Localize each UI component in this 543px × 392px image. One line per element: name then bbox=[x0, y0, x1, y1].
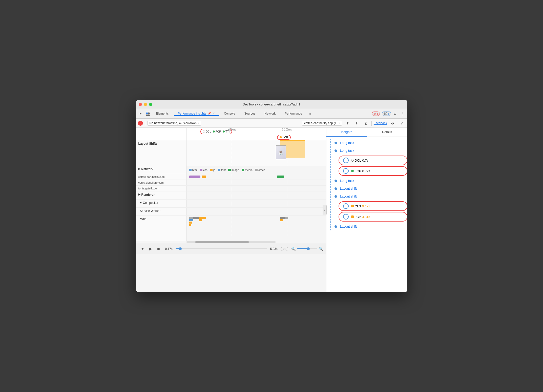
main-dots: ... bbox=[189, 216, 191, 219]
res-bar-js bbox=[202, 176, 206, 178]
lcp-metric-badge: LCP 3.31s bbox=[351, 215, 370, 219]
dashed-line-ls-1 bbox=[231, 140, 231, 166]
long-task-link-3[interactable]: Long task bbox=[340, 179, 354, 183]
maximize-button[interactable] bbox=[149, 103, 152, 106]
tab-elements[interactable]: Elements bbox=[152, 112, 173, 116]
lcp-card-circle bbox=[343, 214, 349, 220]
help-icon[interactable]: ? bbox=[398, 120, 405, 127]
legend-other: other bbox=[255, 168, 265, 171]
main-row-bars: ... bbox=[186, 216, 326, 236]
upload-icon[interactable]: ⬆ bbox=[344, 120, 351, 127]
more-tabs-button[interactable]: » bbox=[307, 112, 314, 116]
svg-rect-3 bbox=[148, 114, 150, 116]
time-label-3200: 3,200ms bbox=[282, 128, 292, 131]
cls-metric-badge: CLS 0.193 bbox=[351, 204, 370, 208]
playback-slider[interactable] bbox=[176, 248, 267, 249]
close-button[interactable] bbox=[139, 103, 142, 106]
cursor-icon[interactable] bbox=[138, 111, 144, 117]
dashed-v-r1b bbox=[287, 174, 287, 180]
dcl-metric-label: DCL bbox=[355, 159, 361, 162]
layout-shifts-content[interactable]: ☕ bbox=[186, 140, 326, 166]
insights-header: Insights Details bbox=[326, 128, 407, 137]
long-task-link-2[interactable]: Long task bbox=[340, 149, 354, 153]
other-color bbox=[255, 169, 258, 171]
resource-bar-area-3 bbox=[186, 186, 326, 191]
scrollbar-thumb[interactable] bbox=[195, 241, 249, 243]
zoom-in-icon[interactable]: 🔍 bbox=[319, 247, 323, 251]
minimize-button[interactable] bbox=[144, 103, 147, 106]
zoom-thumb[interactable] bbox=[307, 247, 310, 250]
layout-shift-link-3[interactable]: Layout shift bbox=[340, 225, 357, 228]
settings-icon[interactable]: ⚙ bbox=[392, 111, 398, 117]
tab-sources[interactable]: Sources bbox=[240, 112, 259, 116]
html-color bbox=[189, 169, 192, 171]
insight-long-task-1: Long task bbox=[335, 139, 407, 147]
network-legend: html css js bbox=[186, 167, 267, 172]
error-badge[interactable]: ⊗ 1 bbox=[372, 112, 380, 116]
dcl-pill: DCL bbox=[203, 130, 211, 133]
long-task-link-1[interactable]: Long task bbox=[340, 141, 354, 145]
collapse-button[interactable]: › bbox=[323, 205, 327, 215]
dashed-v-r2b bbox=[287, 180, 287, 185]
more-options-icon[interactable]: ⋮ bbox=[399, 111, 405, 117]
fcp-metric-value: 0.72s bbox=[362, 169, 370, 173]
main-bar-9 bbox=[280, 217, 285, 219]
dashed-v-main1 bbox=[231, 216, 231, 236]
fcp-metric-icon bbox=[351, 170, 354, 172]
screenshot-mode-icon[interactable]: 👁 bbox=[139, 245, 146, 252]
dashed-v-sw2 bbox=[287, 208, 287, 215]
zoom-slider[interactable] bbox=[297, 248, 317, 249]
network-legend-area: html css js bbox=[186, 166, 326, 174]
info-badge[interactable]: 💬 1 bbox=[382, 112, 391, 116]
insight-dot-6 bbox=[335, 225, 337, 228]
controls-bar: No network throttling, 4× slowdown ▾ cof… bbox=[136, 119, 407, 128]
play-button[interactable]: ▶ bbox=[149, 246, 152, 251]
zoom-control: 🔍 🔍 bbox=[291, 247, 323, 251]
tab-close-button[interactable]: ✕ bbox=[213, 112, 215, 115]
compositor-expand-icon: ▶ bbox=[140, 201, 142, 204]
lcp-metric-card: LCP 3.31s bbox=[339, 212, 407, 222]
gear-icon[interactable]: ⚙ bbox=[389, 120, 396, 127]
inspect-icon[interactable] bbox=[145, 111, 151, 117]
renderer-label[interactable]: ▶ Renderer bbox=[136, 191, 186, 199]
tab-details[interactable]: Details bbox=[367, 128, 407, 137]
font-color bbox=[218, 169, 220, 171]
resource-label-2: cdnjs.cloudflare.com bbox=[136, 180, 186, 185]
cls-metric-icon bbox=[351, 205, 354, 207]
service-worker-content bbox=[186, 208, 326, 215]
speed-badge[interactable]: x1 bbox=[281, 247, 288, 251]
feedback-button[interactable]: Feedback bbox=[374, 121, 387, 125]
tab-console[interactable]: Console bbox=[220, 112, 239, 116]
resource-label-1: coffee-cart.netlify.app bbox=[136, 174, 186, 180]
network-resource-row-3: fonts.gstatic.com bbox=[136, 186, 326, 191]
tab-performance-insights[interactable]: Performance insights 📌 ✕ bbox=[174, 112, 219, 116]
tab-insights[interactable]: Insights bbox=[326, 128, 367, 137]
throttle-dropdown[interactable]: No network throttling, 4× slowdown ▾ bbox=[147, 121, 201, 126]
record-button[interactable] bbox=[138, 121, 143, 126]
tab-network[interactable]: Network bbox=[260, 112, 280, 116]
dashed-v-r2 bbox=[231, 180, 231, 185]
horizontal-scrollbar[interactable] bbox=[186, 241, 276, 243]
url-dropdown[interactable]: coffee-cart.netlify.app (1) ▾ bbox=[302, 121, 342, 126]
tab-performance[interactable]: Performance bbox=[281, 112, 306, 116]
resource-bar-area-2 bbox=[186, 180, 326, 185]
res-bar-css bbox=[189, 176, 200, 178]
main-bar-6 bbox=[199, 217, 203, 219]
zoom-out-icon[interactable]: 🔍 bbox=[291, 247, 296, 251]
dashed-v-comp2 bbox=[287, 200, 287, 207]
slider-thumb[interactable] bbox=[179, 247, 182, 250]
throttle-dropdown-arrow: ▾ bbox=[198, 122, 199, 124]
rewind-icon[interactable]: ⏮ bbox=[155, 245, 162, 252]
layout-shift-link-1[interactable]: Layout shift bbox=[340, 187, 357, 190]
cls-metric-label: CLS bbox=[355, 204, 361, 208]
delete-icon[interactable]: 🗑 bbox=[362, 120, 369, 127]
network-label[interactable]: ▶ Network bbox=[136, 166, 186, 174]
main-row: Main bbox=[136, 216, 326, 241]
layout-shift-link-2[interactable]: Layout shift bbox=[340, 194, 357, 198]
lcp-metric-label: LCP bbox=[355, 215, 361, 219]
compositor-label[interactable]: ▶ Compositor bbox=[136, 200, 186, 207]
download-icon[interactable]: ⬇ bbox=[353, 120, 360, 127]
timeline-ruler[interactable]: DCL FCP TTI 1,600ms 3, bbox=[186, 128, 326, 140]
main-bar-7 bbox=[199, 219, 202, 221]
end-time: 5.93s bbox=[270, 247, 278, 251]
